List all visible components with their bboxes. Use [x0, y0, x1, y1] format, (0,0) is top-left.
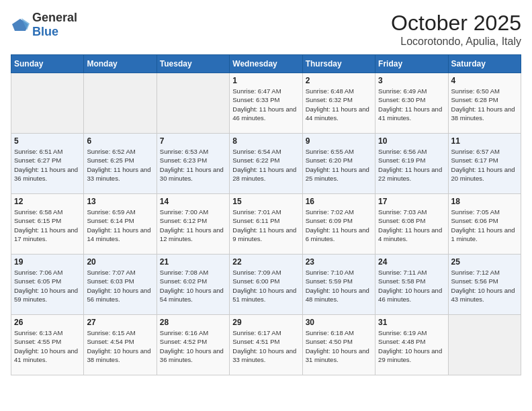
- day-info: Sunrise: 7:07 AMSunset: 6:03 PMDaylight:…: [87, 268, 153, 304]
- day-info: Sunrise: 6:48 AMSunset: 6:32 PMDaylight:…: [306, 87, 372, 122]
- weekday-header-monday: Monday: [84, 55, 157, 73]
- calendar-cell: 26Sunrise: 6:13 AMSunset: 4:55 PMDayligh…: [11, 315, 84, 375]
- day-number: 16: [306, 197, 372, 206]
- calendar-cell: 22Sunrise: 7:09 AMSunset: 6:00 PMDayligh…: [230, 255, 302, 315]
- calendar-cell: 5Sunrise: 6:51 AMSunset: 6:27 PMDaylight…: [11, 134, 84, 194]
- calendar-cell: [448, 315, 521, 375]
- calendar-week-row: 5Sunrise: 6:51 AMSunset: 6:27 PMDaylight…: [11, 134, 521, 194]
- day-info: Sunrise: 6:59 AMSunset: 6:14 PMDaylight:…: [87, 208, 153, 243]
- day-number: 6: [87, 136, 153, 146]
- day-info: Sunrise: 6:16 AMSunset: 4:52 PMDaylight:…: [160, 328, 226, 364]
- day-info: Sunrise: 7:12 AMSunset: 5:56 PMDaylight:…: [451, 268, 518, 304]
- calendar-week-row: 19Sunrise: 7:06 AMSunset: 6:05 PMDayligh…: [11, 255, 521, 315]
- day-number: 22: [232, 257, 299, 267]
- logo-blue-text: Blue: [32, 25, 58, 38]
- calendar-cell: 12Sunrise: 6:58 AMSunset: 6:15 PMDayligh…: [11, 194, 84, 255]
- day-info: Sunrise: 6:55 AMSunset: 6:20 PMDaylight:…: [306, 147, 372, 183]
- calendar-cell: 29Sunrise: 6:17 AMSunset: 4:51 PMDayligh…: [230, 315, 302, 375]
- day-number: 12: [14, 197, 81, 206]
- day-number: 17: [378, 197, 445, 206]
- day-info: Sunrise: 6:50 AMSunset: 6:28 PMDaylight:…: [451, 87, 518, 122]
- calendar-cell: 6Sunrise: 6:52 AMSunset: 6:25 PMDaylight…: [84, 134, 157, 194]
- day-number: 13: [87, 197, 153, 206]
- day-number: 10: [378, 136, 445, 146]
- calendar-cell: 15Sunrise: 7:01 AMSunset: 6:11 PMDayligh…: [230, 194, 302, 255]
- calendar-cell: 25Sunrise: 7:12 AMSunset: 5:56 PMDayligh…: [448, 255, 521, 315]
- calendar-cell: 16Sunrise: 7:02 AMSunset: 6:09 PMDayligh…: [302, 194, 375, 255]
- day-info: Sunrise: 6:58 AMSunset: 6:15 PMDaylight:…: [14, 208, 81, 243]
- day-info: Sunrise: 6:13 AMSunset: 4:55 PMDaylight:…: [14, 328, 81, 364]
- day-number: 25: [451, 257, 518, 267]
- calendar-cell: [11, 73, 84, 134]
- calendar-cell: 18Sunrise: 7:05 AMSunset: 6:06 PMDayligh…: [448, 194, 521, 255]
- day-info: Sunrise: 6:18 AMSunset: 4:50 PMDaylight:…: [306, 328, 372, 364]
- calendar-cell: 31Sunrise: 6:19 AMSunset: 4:48 PMDayligh…: [375, 315, 448, 375]
- weekday-header-thursday: Thursday: [302, 55, 375, 73]
- calendar-cell: 9Sunrise: 6:55 AMSunset: 6:20 PMDaylight…: [302, 134, 375, 194]
- calendar-cell: 14Sunrise: 7:00 AMSunset: 6:12 PMDayligh…: [157, 194, 229, 255]
- day-info: Sunrise: 6:56 AMSunset: 6:19 PMDaylight:…: [378, 147, 445, 183]
- weekday-header-friday: Friday: [375, 55, 448, 73]
- weekday-header-saturday: Saturday: [448, 55, 521, 73]
- day-info: Sunrise: 6:52 AMSunset: 6:25 PMDaylight:…: [87, 147, 153, 183]
- calendar-cell: 4Sunrise: 6:50 AMSunset: 6:28 PMDaylight…: [448, 73, 521, 134]
- day-number: 7: [160, 136, 226, 146]
- calendar-cell: 13Sunrise: 6:59 AMSunset: 6:14 PMDayligh…: [84, 194, 157, 255]
- weekday-header-sunday: Sunday: [11, 55, 84, 73]
- day-info: Sunrise: 6:53 AMSunset: 6:23 PMDaylight:…: [160, 147, 226, 183]
- day-number: 26: [14, 318, 81, 327]
- day-number: 21: [160, 257, 226, 267]
- calendar-cell: 20Sunrise: 7:07 AMSunset: 6:03 PMDayligh…: [84, 255, 157, 315]
- day-info: Sunrise: 7:09 AMSunset: 6:00 PMDaylight:…: [232, 268, 299, 304]
- day-info: Sunrise: 7:00 AMSunset: 6:12 PMDaylight:…: [160, 208, 226, 243]
- calendar-subtitle: Locorotondo, Apulia, Italy: [391, 36, 521, 48]
- calendar-cell: 27Sunrise: 6:15 AMSunset: 4:54 PMDayligh…: [84, 315, 157, 375]
- day-number: 27: [87, 318, 153, 327]
- day-info: Sunrise: 6:15 AMSunset: 4:54 PMDaylight:…: [87, 328, 153, 364]
- day-info: Sunrise: 7:01 AMSunset: 6:11 PMDaylight:…: [232, 208, 299, 243]
- calendar-cell: 28Sunrise: 6:16 AMSunset: 4:52 PMDayligh…: [157, 315, 229, 375]
- day-info: Sunrise: 6:17 AMSunset: 4:51 PMDaylight:…: [232, 328, 299, 364]
- calendar-cell: 17Sunrise: 7:03 AMSunset: 6:08 PMDayligh…: [375, 194, 448, 255]
- day-number: 29: [232, 318, 299, 327]
- day-number: 4: [451, 76, 518, 85]
- calendar-title: October 2025: [391, 11, 521, 36]
- day-number: 28: [160, 318, 226, 327]
- day-info: Sunrise: 7:02 AMSunset: 6:09 PMDaylight:…: [306, 208, 372, 243]
- day-info: Sunrise: 7:10 AMSunset: 5:59 PMDaylight:…: [306, 268, 372, 304]
- day-number: 5: [14, 136, 81, 146]
- day-info: Sunrise: 7:06 AMSunset: 6:05 PMDaylight:…: [14, 268, 81, 304]
- day-number: 2: [306, 76, 372, 85]
- day-number: 23: [306, 257, 372, 267]
- calendar-cell: 23Sunrise: 7:10 AMSunset: 5:59 PMDayligh…: [302, 255, 375, 315]
- day-number: 3: [378, 76, 445, 85]
- calendar-week-row: 12Sunrise: 6:58 AMSunset: 6:15 PMDayligh…: [11, 194, 521, 255]
- calendar-cell: 19Sunrise: 7:06 AMSunset: 6:05 PMDayligh…: [11, 255, 84, 315]
- day-info: Sunrise: 7:11 AMSunset: 5:58 PMDaylight:…: [378, 268, 445, 304]
- calendar-cell: 3Sunrise: 6:49 AMSunset: 6:30 PMDaylight…: [375, 73, 448, 134]
- calendar-week-row: 26Sunrise: 6:13 AMSunset: 4:55 PMDayligh…: [11, 315, 521, 375]
- day-number: 18: [451, 197, 518, 206]
- day-number: 14: [160, 197, 226, 206]
- day-info: Sunrise: 6:51 AMSunset: 6:27 PMDaylight:…: [14, 147, 81, 183]
- day-number: 20: [87, 257, 153, 267]
- logo-general-text: General: [32, 11, 77, 24]
- calendar-cell: 2Sunrise: 6:48 AMSunset: 6:32 PMDaylight…: [302, 73, 375, 134]
- day-number: 31: [378, 318, 445, 327]
- logo: General Blue: [11, 11, 77, 39]
- day-info: Sunrise: 7:03 AMSunset: 6:08 PMDaylight:…: [378, 208, 445, 243]
- calendar-cell: [157, 73, 229, 134]
- title-block: October 2025 Locorotondo, Apulia, Italy: [391, 11, 521, 48]
- day-number: 1: [232, 76, 299, 85]
- day-number: 30: [306, 318, 372, 327]
- weekday-header-tuesday: Tuesday: [157, 55, 229, 73]
- calendar-table: SundayMondayTuesdayWednesdayThursdayFrid…: [11, 54, 521, 375]
- calendar-cell: 24Sunrise: 7:11 AMSunset: 5:58 PMDayligh…: [375, 255, 448, 315]
- day-number: 15: [232, 197, 299, 206]
- day-info: Sunrise: 6:49 AMSunset: 6:30 PMDaylight:…: [378, 87, 445, 122]
- day-info: Sunrise: 7:08 AMSunset: 6:02 PMDaylight:…: [160, 268, 226, 304]
- day-info: Sunrise: 7:05 AMSunset: 6:06 PMDaylight:…: [451, 208, 518, 243]
- calendar-cell: 21Sunrise: 7:08 AMSunset: 6:02 PMDayligh…: [157, 255, 229, 315]
- calendar-cell: 8Sunrise: 6:54 AMSunset: 6:22 PMDaylight…: [230, 134, 302, 194]
- calendar-cell: [84, 73, 157, 134]
